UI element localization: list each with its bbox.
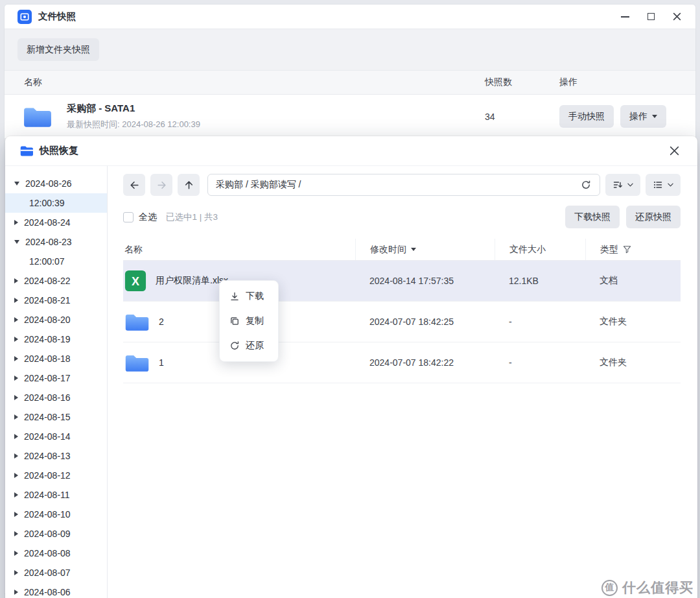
context-menu-item[interactable]: 复制 [220, 309, 278, 333]
chevron-collapsed-icon[interactable] [14, 414, 18, 420]
file-snapshot-app-icon [18, 10, 32, 24]
maximize-icon [648, 13, 655, 20]
file-row[interactable]: 22024-07-07 18:42:25-文件夹 [123, 302, 681, 342]
chevron-collapsed-icon[interactable] [14, 590, 18, 595]
chevron-collapsed-icon[interactable] [14, 492, 18, 497]
sidebar-date-item[interactable]: 2024-08-16 [5, 388, 107, 407]
snapshot-restore-icon [19, 144, 33, 158]
refresh-icon [581, 180, 591, 190]
chevron-collapsed-icon[interactable] [14, 551, 18, 556]
tree-item-label: 2024-08-07 [24, 568, 71, 578]
tree-item-label: 2024-08-17 [24, 373, 71, 383]
column-header-name[interactable]: 名称 [123, 239, 355, 260]
chevron-collapsed-icon[interactable] [14, 356, 18, 361]
up-button[interactable] [178, 174, 200, 196]
file-row[interactable]: X用户权限清单.xlsx2024-08-14 17:57:3512.1KB文档 [123, 261, 681, 302]
chevron-expanded-icon[interactable] [14, 240, 19, 244]
sidebar-date-item[interactable]: 2024-08-22 [5, 271, 107, 291]
chevron-collapsed-icon[interactable] [14, 278, 18, 283]
tree-item-label: 2024-08-10 [24, 509, 71, 520]
column-header-size[interactable]: 文件大小 [495, 239, 585, 260]
sidebar-date-item[interactable]: 2024-08-08 [5, 544, 107, 563]
view-mode-button[interactable] [646, 174, 681, 196]
header-actions: 操作 [559, 77, 660, 88]
folder-icon [124, 311, 150, 333]
chevron-collapsed-icon[interactable] [14, 570, 18, 575]
selection-bar: 全选 已选中1 | 共3 下载快照 还原快照 [123, 206, 681, 228]
latest-snapshot-time: 最新快照时间: 2024-08-26 12:00:39 [67, 119, 200, 130]
sidebar-date-item[interactable]: 2024-08-06 [5, 582, 107, 598]
select-all-checkbox[interactable] [123, 212, 134, 222]
sidebar-date-item[interactable]: 2024-08-18 [5, 349, 107, 368]
sidebar-time-item[interactable]: 12:00:07 [5, 252, 107, 271]
chevron-collapsed-icon[interactable] [14, 317, 18, 322]
tree-item-label: 2024-08-19 [24, 334, 71, 344]
sidebar-date-item[interactable]: 2024-08-13 [5, 446, 107, 466]
sidebar-date-item[interactable]: 2024-08-20 [5, 310, 107, 329]
forward-button[interactable] [150, 174, 172, 196]
manual-snapshot-button[interactable]: 手动快照 [559, 105, 614, 128]
download-snapshot-button[interactable]: 下载快照 [565, 206, 620, 228]
snapshot-folder-row[interactable]: 采购部 - SATA1 最新快照时间: 2024-08-26 12:00:39 … [5, 95, 695, 139]
sidebar-date-item[interactable]: 2024-08-19 [5, 329, 107, 349]
sidebar-date-item[interactable]: 2024-08-23 [5, 232, 107, 252]
chevron-collapsed-icon[interactable] [14, 376, 18, 381]
sidebar-date-item[interactable]: 2024-08-07 [5, 563, 107, 582]
column-header-type[interactable]: 类型 [585, 239, 681, 260]
filter-icon[interactable] [623, 245, 631, 254]
chevron-collapsed-icon[interactable] [14, 512, 18, 517]
chevron-collapsed-icon[interactable] [14, 395, 18, 400]
column-label: 文件大小 [509, 244, 546, 256]
modal-close-button[interactable] [665, 142, 683, 160]
column-header-modified[interactable]: 修改时间 [355, 239, 495, 260]
path-bar[interactable]: 采购部 / 采购部读写 / [207, 174, 600, 196]
file-browser: 采购部 / 采购部读写 / [108, 166, 697, 598]
chevron-collapsed-icon[interactable] [14, 220, 18, 225]
chevron-collapsed-icon[interactable] [14, 298, 18, 303]
chevron-collapsed-icon[interactable] [14, 337, 18, 342]
arrow-right-icon [156, 180, 167, 191]
minimize-button[interactable] [615, 8, 635, 25]
select-all-label[interactable]: 全选 [139, 211, 157, 223]
sidebar-date-item[interactable]: 2024-08-21 [5, 291, 107, 310]
chevron-collapsed-icon[interactable] [14, 531, 18, 536]
sidebar-date-item[interactable]: 2024-08-11 [5, 485, 107, 505]
sidebar-date-item[interactable]: 2024-08-09 [5, 524, 107, 544]
close-button[interactable] [667, 8, 686, 25]
download-icon [229, 291, 240, 302]
close-icon [670, 146, 679, 156]
file-name: 用户权限清单.xlsx [156, 275, 228, 287]
file-row[interactable]: 12024-07-07 18:42:22-文件夹 [123, 342, 681, 383]
context-menu-item[interactable]: 下载 [220, 284, 278, 309]
window-controls [615, 8, 686, 25]
sidebar-date-item[interactable]: 2024-08-14 [5, 427, 107, 446]
file-size: 12.1KB [495, 276, 585, 286]
context-menu-label: 复制 [246, 315, 264, 327]
chevron-collapsed-icon[interactable] [14, 473, 18, 478]
file-table: 名称 修改时间 文件大小 类型 [123, 239, 681, 383]
add-folder-snapshot-button[interactable]: 新增文件夹快照 [18, 38, 99, 61]
context-menu-item[interactable]: 还原 [220, 333, 278, 358]
sidebar-date-item[interactable]: 2024-08-12 [5, 466, 107, 485]
chevron-collapsed-icon[interactable] [14, 453, 18, 459]
chevron-expanded-icon[interactable] [14, 182, 19, 185]
chevron-collapsed-icon[interactable] [14, 434, 18, 439]
sidebar-time-item[interactable]: 12:00:39 [5, 193, 107, 213]
sidebar-date-item[interactable]: 2024-08-26 [5, 174, 107, 193]
column-label: 修改时间 [370, 244, 406, 256]
back-button[interactable] [123, 174, 145, 196]
sidebar-date-item[interactable]: 2024-08-17 [5, 368, 107, 388]
maximize-button[interactable] [641, 8, 660, 25]
sort-button[interactable] [605, 174, 640, 196]
watermark: 值 什么值得买 [601, 579, 694, 597]
file-type: 文件夹 [585, 357, 681, 368]
sidebar-date-item[interactable]: 2024-08-24 [5, 213, 107, 232]
chevron-down-icon [652, 115, 657, 118]
file-modified-time: 2024-08-14 17:57:35 [355, 276, 495, 286]
header-snapshot-count: 快照数 [485, 77, 559, 88]
sidebar-date-item[interactable]: 2024-08-15 [5, 407, 107, 427]
sidebar-date-item[interactable]: 2024-08-10 [5, 505, 107, 524]
actions-dropdown-button[interactable]: 操作 [620, 105, 666, 128]
refresh-button[interactable] [578, 176, 594, 193]
restore-snapshot-button[interactable]: 还原快照 [626, 206, 681, 228]
